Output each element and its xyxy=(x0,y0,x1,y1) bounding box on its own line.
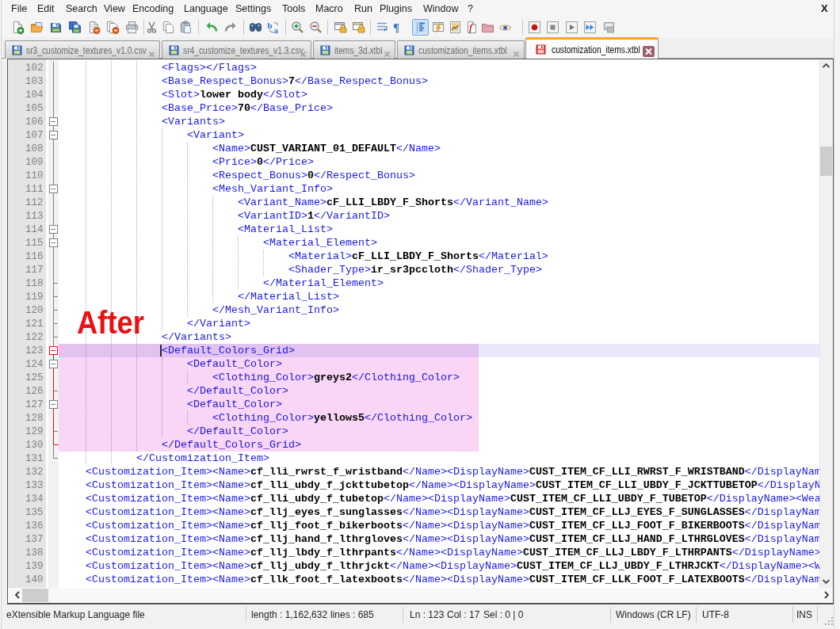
svg-text:b: b xyxy=(267,21,272,30)
svg-text:¶: ¶ xyxy=(393,21,399,34)
svg-text:a: a xyxy=(273,25,278,35)
